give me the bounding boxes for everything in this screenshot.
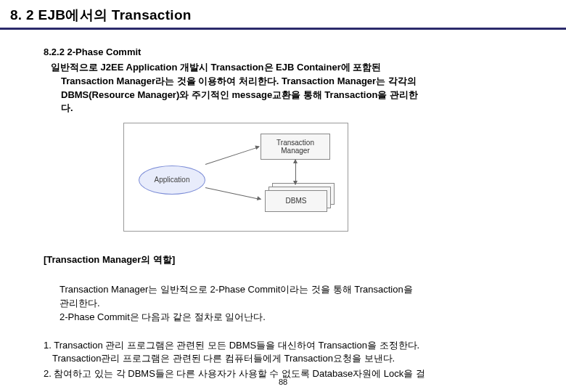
diagram-container: Application Transaction Manager DBMS: [123, 123, 566, 232]
diagram-caption: [Transaction Manager의 역할]: [44, 253, 566, 267]
para2-line1: Transaction Manager는 일반적으로 2-Phase Commi…: [60, 284, 413, 295]
section-header: 8. 2 EJB에서의 Transaction: [0, 0, 566, 30]
page-title: 8. 2 EJB에서의 Transaction: [10, 6, 556, 25]
dbms-node-front: DBMS: [265, 190, 327, 212]
list-item-1b: Transaction관리 프로그램은 관련된 다른 컴퓨터들에게 Transa…: [44, 352, 537, 366]
tm-label: Transaction Manager: [276, 139, 314, 155]
intro-paragraph: 일반적으로 J2EE Application 개발시 Transaction은 …: [44, 61, 566, 115]
arrow-app-to-tm: [205, 147, 259, 165]
sub-heading: 8.2.2 2-Phase Commit: [44, 46, 566, 60]
explanation-paragraph: Transaction Manager는 일반적으로 2-Phase Commi…: [44, 283, 566, 324]
arrow-app-to-dbms: [205, 187, 261, 200]
para2-line3: 2-Phase Commit은 다음과 같은 절차로 일어난다.: [60, 311, 266, 322]
para1-line4: 다.: [51, 102, 522, 115]
architecture-diagram: Application Transaction Manager DBMS: [123, 123, 348, 232]
para2-line2: 관리한다.: [60, 298, 100, 309]
page-number: 88: [0, 377, 566, 386]
content-area: 8.2.2 2-Phase Commit 일반적으로 J2EE Applicat…: [0, 30, 566, 381]
transaction-manager-node: Transaction Manager: [261, 134, 330, 160]
para1-line1: 일반적으로 J2EE Application 개발시 Transaction은 …: [51, 62, 381, 73]
para1-line3: DBMS(Resource Manager)와 주기적인 message교환을 …: [51, 89, 522, 102]
arrow-tm-to-dbms: [295, 160, 296, 184]
procedure-list: 1. Transaction 관리 프로그램은 관련된 모든 DBMS들을 대신…: [44, 339, 566, 382]
list-item-1a: 1. Transaction 관리 프로그램은 관련된 모든 DBMS들을 대신…: [44, 340, 419, 351]
para1-line2: Transaction Manager라는 것을 이용하여 처리한다. Tran…: [51, 75, 522, 89]
application-node: Application: [139, 166, 205, 195]
